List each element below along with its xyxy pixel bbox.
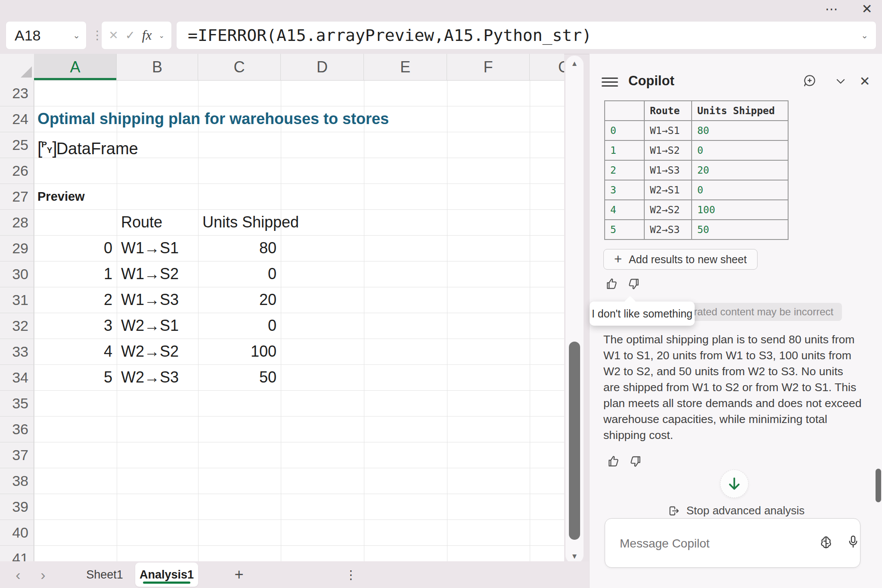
enter-icon[interactable]: ✓: [125, 28, 135, 42]
expand-formula-bar-icon[interactable]: ⌄: [861, 30, 876, 40]
row-header-37[interactable]: 37: [0, 442, 34, 468]
name-box[interactable]: A18 ⌄: [6, 22, 86, 49]
row-header-31[interactable]: 31: [0, 287, 34, 313]
select-all-button[interactable]: [0, 54, 34, 81]
column-header-d[interactable]: D: [281, 54, 364, 81]
sheet-nav-next-icon[interactable]: ›: [34, 561, 52, 588]
copilot-table-cell: 0: [605, 121, 644, 140]
copilot-message-input[interactable]: [619, 519, 801, 568]
copilot-table-cell: 20: [692, 160, 788, 180]
sheet-nav-prev-icon[interactable]: ‹: [9, 561, 27, 588]
cell-B30[interactable]: W1→S2: [117, 261, 198, 287]
cell-C33[interactable]: 100: [198, 339, 281, 365]
cell-A29[interactable]: 0: [34, 236, 117, 261]
chevron-down-icon[interactable]: ⌄: [158, 31, 164, 40]
row-header-24[interactable]: 24: [0, 106, 34, 132]
copilot-table-cell: W1→S2: [644, 140, 692, 160]
column-header-c[interactable]: C: [198, 54, 281, 81]
copilot-table-cell: W1→S1: [644, 121, 692, 140]
scroll-down-icon[interactable]: ▼: [565, 552, 584, 561]
sheet-tab-analysis1[interactable]: Analysis1: [135, 563, 198, 587]
add-sheet-button[interactable]: +: [228, 561, 250, 588]
exit-icon: [668, 504, 680, 517]
column-header-e[interactable]: E: [364, 54, 447, 81]
cell-A30[interactable]: 1: [34, 261, 117, 287]
row-header-36[interactable]: 36: [0, 417, 34, 442]
formula-input[interactable]: =IFERROR(A15.arrayPreview,A15.Python_str…: [177, 22, 876, 49]
row-header-32[interactable]: 32: [0, 313, 34, 339]
row-header-34[interactable]: 34: [0, 365, 34, 391]
cell-C32[interactable]: 0: [198, 313, 281, 339]
cell-B29[interactable]: W1→S1: [117, 236, 198, 261]
cell-B28[interactable]: Route: [117, 210, 198, 236]
window-close-button[interactable]: ✕: [856, 0, 878, 17]
cell-A31[interactable]: 2: [34, 287, 117, 313]
thumbs-down-icon[interactable]: [627, 277, 640, 291]
vertical-scroll-thumb[interactable]: [569, 342, 580, 540]
row-header-30[interactable]: 30: [0, 261, 34, 287]
row-header-29[interactable]: 29: [0, 236, 34, 261]
row-header-40[interactable]: 40: [0, 520, 34, 546]
copilot-table-header: Route: [644, 101, 692, 121]
chevron-down-icon[interactable]: ⌄: [73, 30, 86, 40]
row-header-23[interactable]: 23: [0, 81, 34, 106]
scroll-to-bottom-button[interactable]: [720, 470, 748, 498]
row-header-26[interactable]: 26: [0, 158, 34, 184]
cell-C28[interactable]: Units Shipped: [198, 210, 281, 236]
cell-C30[interactable]: 0: [198, 261, 281, 287]
copilot-table-cell: 80: [692, 121, 788, 140]
add-results-button[interactable]: + Add results to new sheet: [603, 249, 758, 270]
stop-analysis-button[interactable]: Stop advanced analysis: [590, 504, 882, 517]
cell-B32[interactable]: W2→S1: [117, 313, 198, 339]
active-tab-underline: [143, 582, 190, 584]
cell-B34[interactable]: W2→S3: [117, 365, 198, 391]
window-more-button[interactable]: ⋯: [819, 0, 845, 17]
column-header-f[interactable]: F: [447, 54, 530, 81]
cell-C31[interactable]: 20: [198, 287, 281, 313]
vertical-scrollbar[interactable]: ▲ ▼: [565, 55, 584, 564]
insert-function-icon[interactable]: fx: [142, 28, 152, 43]
cell-A27[interactable]: Preview: [34, 184, 85, 210]
cell-B31[interactable]: W1→S3: [117, 287, 198, 313]
cell-A34[interactable]: 5: [34, 365, 117, 391]
cancel-icon[interactable]: ✕: [109, 28, 118, 42]
row-header-39[interactable]: 39: [0, 494, 34, 520]
copilot-table-cell: 3: [605, 180, 644, 200]
row-header-28[interactable]: 28: [0, 210, 34, 236]
menu-icon[interactable]: [602, 75, 618, 87]
column-header-b[interactable]: B: [117, 54, 198, 81]
thumbs-up-icon[interactable]: [605, 277, 619, 291]
cell-C29[interactable]: 80: [198, 236, 281, 261]
cell-A24[interactable]: Optimal shipping plan for warehouses to …: [34, 106, 389, 132]
close-copilot-icon[interactable]: ✕: [856, 72, 874, 90]
cells-area[interactable]: Optimal shipping plan for warehouses to …: [34, 81, 564, 561]
cell-A25[interactable]: [PY]DataFrame: [34, 132, 138, 158]
thumbs-up-icon[interactable]: [607, 454, 621, 468]
column-header-a[interactable]: A: [34, 54, 117, 81]
row-header-41[interactable]: 41: [0, 546, 34, 561]
plus-icon: +: [614, 252, 622, 267]
row-header-27[interactable]: 27: [0, 184, 34, 210]
row-header-25[interactable]: 25: [0, 132, 34, 158]
scroll-up-icon[interactable]: ▲: [565, 59, 584, 68]
microphone-icon[interactable]: [845, 534, 863, 551]
sheet-tab-sheet1[interactable]: Sheet1: [72, 561, 137, 588]
sheet-menu-icon[interactable]: ⋮: [342, 561, 360, 588]
cell-A33[interactable]: 4: [34, 339, 117, 365]
formula-text: =IFERROR(A15.arrayPreview,A15.Python_str…: [177, 26, 861, 45]
row-header-33[interactable]: 33: [0, 339, 34, 365]
window-title-bar: ⋯ ✕: [0, 0, 882, 17]
new-chat-icon[interactable]: [801, 72, 819, 90]
copilot-panel: Copilot ✕ RouteUnits Shipped0W1→S1801W1→…: [589, 54, 882, 588]
cell-A32[interactable]: 3: [34, 313, 117, 339]
copilot-table-header: Units Shipped: [692, 101, 788, 121]
brain-icon[interactable]: [818, 534, 835, 551]
chevron-down-icon[interactable]: [832, 72, 850, 90]
thumbs-down-icon[interactable]: [628, 454, 642, 468]
row-header-35[interactable]: 35: [0, 391, 34, 417]
column-header-g[interactable]: G: [530, 54, 564, 81]
row-header-38[interactable]: 38: [0, 468, 34, 494]
cell-B33[interactable]: W2→S2: [117, 339, 198, 365]
cell-C34[interactable]: 50: [198, 365, 281, 391]
copilot-scroll-thumb[interactable]: [876, 469, 881, 502]
